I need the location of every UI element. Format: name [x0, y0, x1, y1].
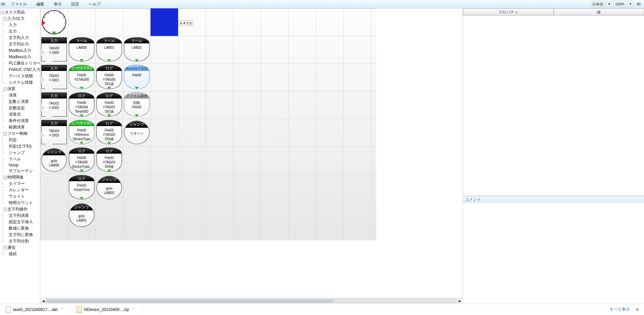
grid-cell[interactable]: ログFile00=DateTime	[68, 174, 95, 201]
grid-cell[interactable]: ラベルLAB02	[123, 36, 151, 64]
input-block[interactable]: 入力TAG02= DI02	[41, 92, 67, 117]
tree-leaf[interactable]: 判定	[1, 137, 40, 143]
tree-category[interactable]: −演算	[1, 86, 40, 92]
jump-block[interactable]: ジャンプgotoLAB02	[96, 176, 122, 199]
menu-settings[interactable]: 設定	[67, 0, 84, 8]
flow-grid[interactable]: X:4 Y:0入力TAG00= DI00ラベルLAB00ラベルLAB01ラベルL…	[40, 8, 376, 240]
scroll-right-icon[interactable]: ▶	[457, 299, 463, 304]
expand-icon[interactable]: −	[3, 246, 7, 249]
grid-cell[interactable]: ログFile00=TAG02DI3値	[95, 119, 123, 146]
download-chip-2[interactable]: NDevice_20210409....zip ⌃	[74, 305, 139, 314]
tree-leaf[interactable]: 判定(文字列)	[1, 143, 40, 150]
chevron-up-icon[interactable]: ⌃	[131, 308, 136, 311]
grid-cell[interactable]: ジャンプgotoLAB00	[40, 146, 68, 174]
task-block[interactable]: ラベルLAB02	[124, 37, 149, 62]
lang-dropdown-icon[interactable]: ▼	[606, 1, 612, 7]
task-block[interactable]: ログFile00=TAG01DI2値	[96, 92, 122, 117]
jump-block[interactable]: ジャンプgotoLAB00	[41, 148, 67, 172]
chevron-up-icon[interactable]: ⌃	[59, 308, 65, 311]
tree-leaf[interactable]: 接続	[1, 251, 40, 257]
canvas-area[interactable]: X:4 Y:0入力TAG00= DI00ラベルLAB00ラベルLAB01ラベルL…	[40, 8, 463, 298]
task-block[interactable]: ログFile00=TAG02DI3値	[96, 120, 122, 145]
zoom-dropdown-icon[interactable]: ▼	[628, 1, 633, 7]
tree-category[interactable]: −通信	[1, 244, 40, 251]
grid-cell[interactable]: 入力TAG02= DI02	[40, 91, 68, 119]
grid-cell[interactable]: 入力TAG01= DI01	[40, 64, 68, 91]
tree-category[interactable]: −文字列操作	[1, 206, 40, 212]
tree-leaf[interactable]: タイマー	[1, 181, 40, 187]
grid-cell[interactable]: ジャンプgotoLAB01	[68, 201, 95, 229]
tree-leaf[interactable]: サブルーチン	[1, 168, 40, 174]
menu-view[interactable]: 表示	[49, 0, 67, 8]
tree-leaf[interactable]: FANUC CNC入力	[1, 67, 40, 73]
tree-leaf[interactable]: デバイス状態	[1, 73, 40, 79]
comment-input[interactable]	[463, 203, 644, 304]
scroll-left-icon[interactable]: ◀	[40, 299, 46, 304]
menu-help[interactable]: ヘルプ	[84, 0, 105, 8]
grid-cell[interactable]: ラベルLAB00	[68, 36, 95, 64]
tree-leaf[interactable]: システム情報	[1, 79, 40, 86]
grid-cell[interactable]: ファイル操作削除File00	[123, 91, 151, 119]
tree-leaf[interactable]: ジャンプ	[1, 150, 40, 156]
selected-cell[interactable]	[151, 8, 178, 36]
expand-icon[interactable]: −	[3, 87, 7, 91]
input-block[interactable]: 入力TAG00= DI00	[41, 37, 67, 62]
start-node[interactable]	[42, 10, 66, 34]
scroll-thumb[interactable]	[46, 299, 334, 303]
tree-leaf[interactable]: 文字列出力	[1, 41, 40, 47]
input-block[interactable]: 入力TAG01= DI01	[41, 65, 67, 90]
lang-select[interactable]: 日本語	[591, 1, 605, 7]
menu-file[interactable]: ファイル	[6, 0, 32, 8]
input-block[interactable]: 入力TAG03= DI03	[41, 120, 67, 145]
tree-leaf[interactable]: 定数と演算	[1, 99, 40, 105]
tree-leaf[interactable]: 固定文字挿入	[1, 219, 40, 225]
tree-leaf[interactable]: 時間カウント	[1, 200, 40, 206]
task-block[interactable]: ファイル操作削除File00	[124, 92, 149, 117]
tree-leaf[interactable]: Modbus入力	[1, 47, 40, 54]
scroll-track[interactable]	[46, 299, 457, 303]
tree-leaf[interactable]: ウェイト	[1, 193, 40, 200]
tree-category[interactable]: −時間関連	[1, 174, 40, 181]
tree-leaf[interactable]: 入力	[1, 22, 40, 28]
tree-leaf[interactable]: PLC通信トリガー	[1, 60, 40, 67]
task-block[interactable]: ログFile00=TAG05DeviceType..	[69, 148, 94, 172]
tree-leaf[interactable]: Noop	[1, 162, 40, 168]
task-block[interactable]: ログ(文字列)File00=STAG00	[69, 65, 94, 90]
task-block[interactable]: ラベルLAB01	[96, 37, 122, 62]
property-header[interactable]: プロパティ	[463, 8, 554, 15]
jump-block[interactable]: ジャンプgotoLAB01	[69, 203, 94, 227]
tree-leaf[interactable]: 文字列演算	[1, 212, 40, 219]
grid-cell[interactable]: ログ(文字列)File00=STAG00	[68, 64, 95, 91]
value-header[interactable]: 値	[554, 8, 644, 15]
grid-cell[interactable]: ログFile00=TAG00DI1値	[95, 64, 123, 91]
task-block[interactable]: ログFile00=TAG03DI4値	[96, 148, 122, 172]
tree-leaf[interactable]: 範囲演算	[1, 124, 40, 130]
task-block[interactable]: ログFile00=TAG00DI1値	[96, 65, 122, 90]
expand-icon[interactable]: −	[3, 132, 7, 135]
tree-leaf[interactable]: 演算	[1, 92, 40, 99]
tree-leaf[interactable]: 数値に変換	[1, 225, 40, 232]
show-all-link[interactable]: すべて表示	[610, 307, 630, 312]
grid-cell[interactable]: ログFile00=TAG03DI4値	[95, 146, 123, 174]
tree-root[interactable]: −タスク部品	[1, 9, 40, 15]
tree-leaf[interactable]: 文字列入力	[1, 35, 40, 41]
task-parts-tree[interactable]: −タスク部品−入力/出力入力出力文字列入力文字列出力Modbus入力Modbus…	[0, 8, 40, 304]
grid-cell[interactable]: ログFile00=TAG01DI2値	[95, 91, 123, 119]
grid-cell[interactable]: ジャンプリターン	[123, 119, 151, 146]
tree-leaf[interactable]: Modbus出力	[1, 54, 40, 60]
close-icon[interactable]: ✕	[633, 307, 641, 312]
expand-icon[interactable]: −	[3, 176, 7, 179]
tree-leaf[interactable]: 文字列分割	[1, 238, 40, 244]
horizontal-scrollbar[interactable]: ◀ ▶	[40, 298, 463, 304]
grid-cell[interactable]: AzureIoT送信File00	[123, 64, 151, 91]
task-block[interactable]: AzureIoT送信File00	[124, 65, 149, 90]
expand-icon[interactable]: −	[3, 208, 7, 211]
grid-cell[interactable]: ジャンプgotoLAB02	[95, 174, 123, 201]
expand-icon[interactable]: −	[1, 11, 4, 14]
task-block[interactable]: ログFile00=DateTime	[69, 175, 94, 200]
tree-category[interactable]: −入力/出力	[1, 15, 40, 22]
tree-leaf[interactable]: 定数設定	[1, 105, 40, 111]
grid-cell[interactable]: ログFile00=TAG05DeviceType..	[68, 146, 95, 174]
right-hamburger-icon[interactable]	[635, 3, 643, 6]
task-block[interactable]: ログ(文字列)File00=NDeviceDeviceType	[69, 120, 94, 145]
